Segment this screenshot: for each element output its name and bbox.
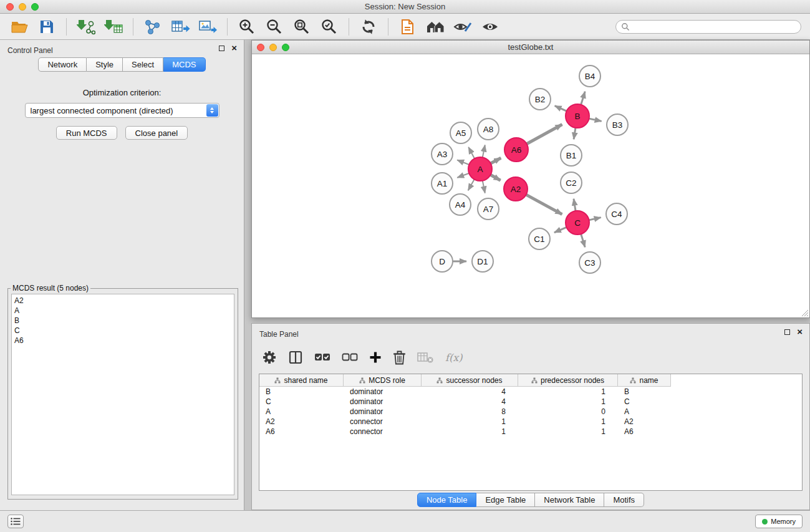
table-settings-button[interactable] (262, 350, 277, 365)
close-network-window-button[interactable] (257, 44, 264, 51)
save-session-button[interactable] (34, 16, 60, 38)
export-table-button[interactable] (167, 16, 193, 38)
table-cell[interactable]: 8 (422, 407, 518, 417)
zoom-network-window-button[interactable] (282, 44, 289, 51)
table-row[interactable]: A6connector11A6 (259, 427, 802, 437)
delete-table-button[interactable] (417, 351, 434, 364)
close-panel-button[interactable]: Close panel (125, 126, 188, 140)
edge-A-A3[interactable] (457, 160, 469, 165)
network-canvas[interactable]: B4B2BB3A5A8A6B1A3AC2A1A2A4A7C4CC1DD1C3 (252, 55, 809, 317)
search-input[interactable] (632, 22, 796, 31)
table-row[interactable]: A2connector11A2 (259, 417, 802, 427)
table-cell[interactable]: A2 (259, 417, 344, 427)
node-A8[interactable]: A8 (478, 118, 499, 140)
node-C1[interactable]: C1 (529, 228, 550, 249)
edge-A-A6[interactable] (491, 158, 501, 163)
table-cell[interactable]: A6 (259, 427, 344, 437)
table-cell[interactable]: dominator (344, 397, 422, 407)
column-header[interactable]: successor nodes (422, 374, 518, 387)
memory-button[interactable]: Memory (755, 515, 803, 528)
node-A[interactable]: A (468, 157, 492, 181)
delete-column-button[interactable] (393, 350, 406, 365)
table-cell[interactable]: connector (344, 427, 422, 437)
tab-select[interactable]: Select (123, 57, 163, 72)
zoom-fit-button[interactable] (289, 16, 315, 38)
edge-C-C4[interactable] (589, 218, 601, 220)
table-cell[interactable]: 4 (422, 387, 518, 397)
export-network-button[interactable] (140, 16, 166, 38)
table-row[interactable]: Cdominator41C (259, 397, 802, 407)
result-item[interactable]: A6 (14, 336, 231, 346)
edge-A-A5[interactable] (468, 147, 475, 158)
edge-A2-C[interactable] (526, 195, 562, 215)
table-cell[interactable]: 1 (422, 427, 518, 437)
run-mcds-button[interactable]: Run MCDS (56, 126, 117, 140)
apply-layout-button[interactable] (355, 16, 382, 38)
node-A6[interactable]: A6 (504, 138, 528, 162)
edge-A-A4[interactable] (468, 180, 475, 191)
column-header[interactable]: shared name (259, 374, 344, 387)
node-D[interactable]: D (432, 251, 453, 272)
edge-C-C1[interactable] (554, 227, 567, 232)
node-C4[interactable]: C4 (606, 203, 627, 225)
edge-A-A2[interactable] (491, 175, 501, 180)
select-all-button[interactable] (314, 352, 330, 363)
zoom-window-button[interactable] (31, 3, 39, 11)
network-window-titlebar[interactable]: testGlobe.txt (252, 41, 809, 54)
node-A1[interactable]: A1 (432, 173, 453, 194)
table-cell[interactable]: 1 (518, 427, 618, 437)
zoom-selected-button[interactable] (316, 16, 342, 38)
node-B4[interactable]: B4 (579, 65, 600, 87)
table-cell[interactable]: A6 (618, 427, 671, 437)
task-history-button[interactable] (7, 515, 24, 528)
table-cell[interactable]: 1 (518, 397, 618, 407)
column-header[interactable]: predecessor nodes (518, 374, 618, 387)
show-columns-button[interactable] (288, 350, 303, 365)
edge-A-A8[interactable] (483, 145, 485, 158)
import-network-button[interactable] (73, 16, 99, 38)
table-cell[interactable]: C (618, 397, 671, 407)
minimize-network-window-button[interactable] (269, 44, 277, 51)
node-C2[interactable]: C2 (561, 172, 582, 193)
node-D1[interactable]: D1 (472, 251, 493, 272)
tab-network-table[interactable]: Network Table (535, 493, 604, 507)
network-graph[interactable]: B4B2BB3A5A8A6B1A3AC2A1A2A4A7C4CC1DD1C3 (252, 55, 809, 317)
tab-network[interactable]: Network (38, 57, 87, 72)
edge-C-C3[interactable] (581, 234, 586, 247)
result-item[interactable]: A2 (14, 296, 231, 306)
node-B2[interactable]: B2 (529, 89, 551, 110)
result-item[interactable]: B (14, 316, 231, 326)
table-cell[interactable]: 1 (518, 387, 618, 397)
edge-A6-B[interactable] (527, 125, 562, 144)
table-cell[interactable]: A (259, 407, 344, 417)
column-header[interactable]: name (618, 374, 671, 387)
first-neighbors-button[interactable] (422, 16, 448, 38)
table-cell[interactable]: 0 (518, 407, 618, 417)
export-image-button[interactable] (195, 16, 221, 38)
node-B1[interactable]: B1 (561, 145, 582, 166)
table-cell[interactable]: 4 (422, 397, 518, 407)
tab-mcds[interactable]: MCDS (163, 57, 205, 72)
close-table-panel-icon[interactable]: × (797, 326, 803, 338)
tab-edge-table[interactable]: Edge Table (476, 493, 535, 507)
tab-motifs[interactable]: Motifs (604, 493, 644, 507)
search-field[interactable] (615, 20, 801, 34)
float-panel-icon[interactable] (219, 46, 224, 51)
table-cell[interactable]: B (259, 387, 344, 397)
node-A2[interactable]: A2 (504, 177, 528, 201)
result-item[interactable]: C (14, 326, 231, 336)
document-arrow-button[interactable] (395, 16, 421, 38)
result-item[interactable]: A (14, 306, 231, 316)
function-builder-button[interactable]: f(x) (445, 352, 462, 364)
tab-style[interactable]: Style (87, 57, 123, 72)
table-cell[interactable]: C (259, 397, 344, 407)
node-A5[interactable]: A5 (450, 122, 471, 143)
open-session-button[interactable] (6, 16, 32, 38)
close-window-button[interactable] (6, 3, 14, 11)
float-table-panel-icon[interactable] (784, 329, 790, 335)
table-row[interactable]: Adominator80A (259, 407, 802, 417)
graphics-details-button[interactable] (450, 16, 476, 38)
close-panel-icon[interactable]: × (231, 42, 237, 54)
edge-A-A7[interactable] (483, 181, 485, 193)
node-A3[interactable]: A3 (432, 143, 453, 165)
